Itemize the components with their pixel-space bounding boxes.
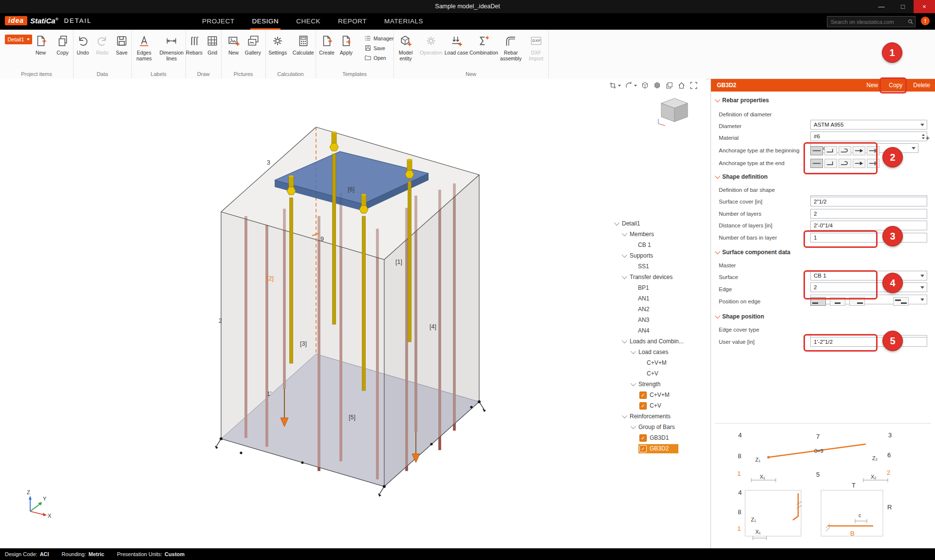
close-button[interactable]: × — [914, 0, 935, 13]
chevron-down-icon[interactable] — [622, 231, 627, 236]
svg-text:7: 7 — [816, 433, 820, 440]
new-project-item-button[interactable]: New — [30, 35, 51, 56]
tree-item-an3[interactable]: AN3 — [613, 315, 706, 325]
chevron-down-icon[interactable] — [634, 85, 637, 87]
undo-button[interactable]: Undo — [74, 35, 92, 56]
tree-item-gb3d1[interactable]: ✓GB3D1 — [613, 432, 706, 443]
svg-text:c: c — [859, 512, 861, 518]
dimension-lines-button[interactable]: Dimension lines — [158, 35, 186, 61]
tree-item-bp1[interactable]: BP1 — [613, 282, 706, 293]
search-icon[interactable] — [906, 18, 915, 26]
tree-item-cv[interactable]: C+V — [613, 368, 706, 379]
template-create-button[interactable]: Create — [318, 35, 336, 56]
template-manager-button[interactable]: Manager — [364, 35, 393, 42]
section-surface-component-data[interactable]: Surface component data — [715, 249, 790, 256]
chevron-down-icon[interactable] — [631, 349, 636, 354]
tab-project[interactable]: PROJECT — [202, 13, 235, 30]
tab-materials[interactable]: MATERIALS — [384, 13, 423, 30]
section-shape-definition[interactable]: Shape definition — [715, 173, 767, 180]
redo-button[interactable]: Redo — [93, 35, 112, 56]
chevron-down-icon[interactable] — [614, 220, 619, 225]
chevron-down-icon[interactable] — [622, 413, 627, 418]
checkbox-checked[interactable]: ✓ — [639, 434, 647, 442]
tree-item-transfer-devices[interactable]: Transfer devices — [613, 272, 706, 282]
home-view-button[interactable] — [677, 81, 686, 90]
checkbox-checked[interactable]: ✓ — [639, 392, 647, 399]
chevron-down-icon — [27, 38, 30, 40]
combination-button[interactable]: Combination — [469, 35, 498, 61]
tree-item-ss1[interactable]: SS1 — [613, 261, 706, 272]
edges-names-button[interactable]: Edges names — [131, 35, 157, 61]
model-entity-button[interactable]: Model entity — [393, 35, 418, 61]
template-apply-button[interactable]: Apply — [337, 35, 355, 56]
rotate-view-button[interactable] — [625, 81, 637, 90]
settings-button[interactable]: Settings — [265, 35, 290, 56]
tab-design[interactable]: DESIGN — [252, 13, 279, 30]
operation-button[interactable]: Operation — [419, 35, 443, 61]
tab-report[interactable]: REPORT — [338, 13, 367, 30]
panel-new-button[interactable]: New — [866, 82, 878, 89]
chevron-down-icon[interactable] — [622, 338, 627, 343]
add-material-button[interactable]: + — [923, 133, 932, 143]
new-picture-button[interactable]: New — [224, 35, 243, 56]
copy-project-item-button[interactable]: Copy — [52, 35, 73, 56]
chevron-down-icon[interactable] — [631, 381, 636, 386]
rebars-button[interactable]: Rebars — [186, 35, 203, 56]
tree-item-gb3d2-selected[interactable]: ✓GB3D2 — [613, 443, 706, 454]
template-open-button[interactable]: Open — [364, 54, 393, 61]
search-input[interactable] — [827, 19, 906, 25]
zoom-fit-button[interactable] — [690, 81, 698, 90]
tree-item-an4[interactable]: AN4 — [613, 325, 706, 336]
surface-cover-input[interactable] — [810, 197, 927, 206]
chevron-down-icon[interactable] — [622, 252, 627, 258]
solid-view-button[interactable] — [653, 81, 661, 90]
tab-check[interactable]: CHECK — [296, 13, 320, 30]
annotation-step-2: 2 — [882, 147, 903, 168]
panel-delete-button[interactable]: Delete — [913, 82, 930, 89]
chevron-down-icon[interactable] — [631, 424, 636, 429]
chevron-down-icon[interactable] — [618, 85, 621, 87]
section-rebar-properties[interactable]: Rebar properties — [715, 97, 769, 104]
tree-item-loads-and-combinations[interactable]: Loads and Combin... — [613, 336, 706, 347]
minimize-button[interactable]: — — [871, 0, 892, 13]
chevron-down-icon[interactable] — [622, 274, 627, 279]
load-case-button[interactable]: Load case — [444, 35, 468, 61]
tree-item-load-cases[interactable]: Load cases — [613, 347, 706, 357]
svg-text:[5]: [5] — [349, 414, 355, 421]
maximize-button[interactable]: □ — [892, 0, 914, 13]
wireframe-view-button[interactable] — [641, 81, 649, 90]
calculate-button[interactable]: Calculate — [291, 35, 316, 56]
template-save-button[interactable]: Save — [364, 44, 393, 52]
grid-button[interactable]: Grid — [204, 35, 222, 56]
number-of-layers-input[interactable] — [810, 209, 927, 219]
tree-item-an1[interactable]: AN1 — [613, 293, 706, 304]
clipping-tool-button[interactable] — [609, 81, 621, 90]
tree-item-strength[interactable]: Strength — [613, 379, 706, 390]
tree-item-cb1[interactable]: CB 1 — [613, 240, 706, 250]
distance-of-layers-input[interactable] — [810, 221, 927, 230]
tree-item-strength-cv[interactable]: ✓C+V — [613, 400, 706, 411]
checkbox-checked[interactable]: ✓ — [639, 402, 647, 410]
svg-text:8: 8 — [738, 508, 741, 516]
tree-item-supports[interactable]: Supports — [613, 250, 706, 261]
detail-selector[interactable]: Detail1 — [5, 35, 32, 44]
chevron-down-icon — [715, 97, 720, 102]
tree-item-reinforcements[interactable]: Reinforcements — [613, 411, 706, 422]
position-offset-icon[interactable] — [893, 297, 909, 306]
layers-view-button[interactable] — [665, 81, 673, 90]
tree-item-an2[interactable]: AN2 — [613, 304, 706, 315]
save-button[interactable]: Save — [112, 35, 131, 56]
tree-item-strength-cvm[interactable]: ✓C+V+M — [613, 390, 706, 400]
rebar-assembly-button[interactable]: Rebar assembly — [499, 35, 523, 61]
section-shape-position[interactable]: Shape position — [715, 313, 764, 320]
checkbox-checked[interactable]: ✓ — [639, 445, 647, 452]
tree-item-cvm[interactable]: C+V+M — [613, 357, 706, 368]
tree-item-detail1[interactable]: Detail1 — [613, 218, 706, 229]
group-label: Labels — [131, 71, 186, 77]
tree-item-group-of-bars[interactable]: Group of Bars — [613, 422, 706, 432]
tree-item-members[interactable]: Members — [613, 229, 706, 240]
gallery-button[interactable]: Gallery — [244, 35, 262, 56]
help-icon[interactable]: ! — [921, 17, 930, 25]
dxf-import-button[interactable]: DXFDXF Import — [524, 35, 548, 61]
viewport-3d[interactable]: [6] [1] [2] [4] [3] [5] 3 9 2 1' Z Y X — [0, 79, 706, 548]
